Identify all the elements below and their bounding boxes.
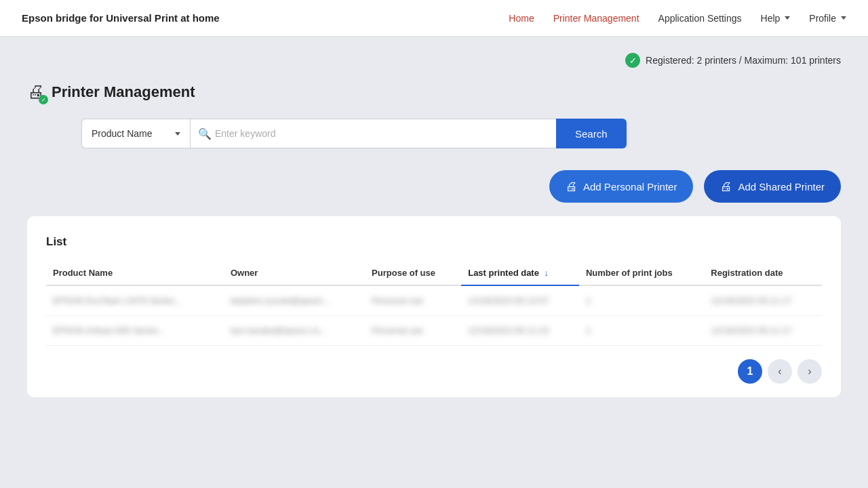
cell-last-printed-1: 12/18/2023 00:13:07: [461, 285, 579, 316]
list-title: List: [46, 235, 822, 249]
sort-arrow-icon: ↓: [545, 268, 549, 278]
filter-chevron-icon: [175, 132, 180, 136]
add-personal-label: Add Personal Printer: [583, 181, 677, 192]
action-row: 🖨 Add Personal Printer 🖨 Add Shared Prin…: [27, 170, 841, 203]
cell-reg-date-2: 12/18/2023 00:11:17: [704, 316, 822, 346]
nav-printer-management[interactable]: Printer Management: [553, 13, 639, 24]
cell-print-jobs-2: 1: [579, 316, 704, 346]
cell-owner-2: taro.tanaka@epson.co...: [224, 316, 365, 346]
next-page-button[interactable]: ›: [797, 359, 822, 384]
pagination: 1 ‹ ›: [46, 359, 822, 384]
page-content: ✓ Registered: 2 printers / Maximum: 101 …: [0, 37, 868, 413]
nav-home[interactable]: Home: [509, 13, 534, 24]
registration-status: ✓ Registered: 2 printers / Maximum: 101 …: [625, 53, 841, 68]
page-title: Printer Management: [52, 83, 195, 101]
col-print-jobs: Number of print jobs: [579, 262, 704, 285]
prev-page-button[interactable]: ‹: [768, 359, 792, 384]
nav-profile[interactable]: Profile: [809, 13, 846, 24]
search-input-wrap: 🔍: [190, 119, 556, 148]
col-reg-date: Registration date: [704, 262, 822, 285]
personal-printer-icon: 🖨: [566, 180, 578, 194]
help-chevron-icon: [785, 16, 790, 20]
nav-app-settings[interactable]: Application Settings: [658, 13, 742, 24]
search-row: Product Name 🔍 Search: [81, 119, 841, 148]
cell-reg-date-1: 12/18/2023 00:11:17: [704, 285, 822, 316]
status-bar: ✓ Registered: 2 printers / Maximum: 101 …: [27, 53, 841, 68]
search-input[interactable]: [190, 119, 556, 148]
col-last-printed[interactable]: Last printed date ↓: [461, 262, 579, 285]
page-heading: 🖨 ✓ Printer Management: [27, 81, 841, 102]
search-icon: 🔍: [198, 127, 212, 140]
table-header-row: Product Name Owner Purpose of use Last p…: [46, 262, 822, 285]
page-1-button[interactable]: 1: [738, 359, 762, 384]
cell-owner-1: tadahiro.suzuki@epson...: [224, 285, 365, 316]
status-check-icon: ✓: [625, 53, 640, 68]
list-card: List Product Name Owner Purpose of use L…: [27, 216, 841, 397]
add-shared-label: Add Shared Printer: [738, 181, 825, 192]
table-row: EPSON Artisan 835 Series... taro.tanaka@…: [46, 316, 822, 346]
cell-product-name-2: EPSON Artisan 835 Series...: [46, 316, 224, 346]
shared-printer-icon: 🖨: [720, 180, 732, 194]
cell-purpose-1: Personal use: [365, 285, 461, 316]
header: Epson bridge for Universal Print at home…: [0, 0, 868, 37]
cell-last-printed-2: 12/18/2023 00:11:23: [461, 316, 579, 346]
col-owner: Owner: [224, 262, 365, 285]
profile-chevron-icon: [841, 16, 846, 20]
filter-dropdown[interactable]: Product Name: [81, 119, 190, 148]
app-logo: Epson bridge for Universal Print at home: [22, 12, 220, 24]
add-shared-printer-button[interactable]: 🖨 Add Shared Printer: [704, 170, 841, 203]
printer-icon-wrap: 🖨 ✓: [27, 81, 45, 102]
cell-product-name-1: EPSON EcoTank L3476 Series...: [46, 285, 224, 316]
add-personal-printer-button[interactable]: 🖨 Add Personal Printer: [549, 170, 693, 203]
main-nav: Home Printer Management Application Sett…: [509, 13, 846, 24]
filter-label: Product Name: [92, 128, 152, 139]
col-purpose: Purpose of use: [365, 262, 461, 285]
status-text: Registered: 2 printers / Maximum: 101 pr…: [646, 55, 841, 66]
search-button[interactable]: Search: [556, 119, 627, 148]
col-product-name: Product Name: [46, 262, 224, 285]
printer-check-badge: ✓: [39, 95, 48, 104]
table-row: EPSON EcoTank L3476 Series... tadahiro.s…: [46, 285, 822, 316]
cell-print-jobs-1: 1: [579, 285, 704, 316]
cell-purpose-2: Personal use: [365, 316, 461, 346]
printer-table: Product Name Owner Purpose of use Last p…: [46, 262, 822, 346]
nav-help[interactable]: Help: [761, 13, 791, 24]
